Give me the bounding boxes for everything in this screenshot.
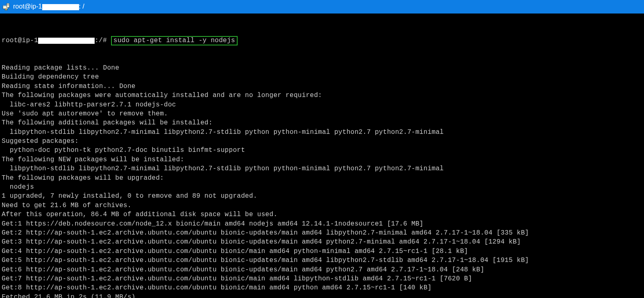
terminal-line: The following packages will be upgraded: [2,174,642,183]
terminal-line: python-doc python-tk python2.7-doc binut… [2,146,642,155]
terminal-line: libc-ares2 libhttp-parser2.7.1 nodejs-do… [2,100,642,109]
terminal-line: Fetched 21.6 MB in 2s (11.9 MB/s) [2,293,642,298]
redacted-ip [42,4,79,10]
terminal-line: libpython-stdlib libpython2.7-minimal li… [2,164,642,173]
terminal-line: Get:3 http://ap-south-1.ec2.archive.ubun… [2,237,642,246]
terminal-line: Reading package lists... Done [2,63,642,72]
terminal-line: The following additional packages will b… [2,118,642,127]
terminal-output[interactable]: root@ip-1:/# sudo apt-get install -y nod… [0,14,644,298]
terminal-line: Get:7 http://ap-south-1.ec2.archive.ubun… [2,274,642,283]
redacted-ip [38,38,95,44]
terminal-line: Suggested packages: [2,137,642,146]
prompt-prefix: root@ip-1 [2,37,38,44]
shell-prompt-line: root@ip-1:/# sudo apt-get install -y nod… [2,36,642,45]
terminal-line: Need to get 21.6 MB of archives. [2,201,642,210]
terminal-line: Reading state information... Done [2,82,642,91]
window-titlebar: root@ip-1: / [0,0,644,14]
terminal-line: Use 'sudo apt autoremove' to remove them… [2,109,642,118]
terminal-line: nodejs [2,183,642,192]
terminal-line: Get:1 https://deb.nodesource.com/node_12… [2,219,642,228]
terminal-line: After this operation, 86.4 MB of additio… [2,210,642,219]
prompt-suffix: :/# [95,37,107,44]
window-title: root@ip-1: / [13,2,84,11]
terminal-line: Building dependency tree [2,72,642,81]
terminal-line: Get:8 http://ap-south-1.ec2.archive.ubun… [2,283,642,292]
terminal-line: libpython-stdlib libpython2.7-minimal li… [2,128,642,137]
entered-command: sudo apt-get install -y nodejs [111,36,238,45]
terminal-line: Get:2 http://ap-south-1.ec2.archive.ubun… [2,228,642,237]
svg-rect-2 [7,3,9,7]
putty-icon [2,3,10,11]
terminal-line: Get:6 http://ap-south-1.ec2.archive.ubun… [2,265,642,274]
terminal-line: The following packages were automaticall… [2,91,642,100]
terminal-line: Get:4 http://ap-south-1.ec2.archive.ubun… [2,247,642,256]
terminal-line: The following NEW packages will be insta… [2,155,642,164]
terminal-line: Get:5 http://ap-south-1.ec2.archive.ubun… [2,256,642,265]
terminal-line: 1 upgraded, 7 newly installed, 0 to remo… [2,192,642,201]
